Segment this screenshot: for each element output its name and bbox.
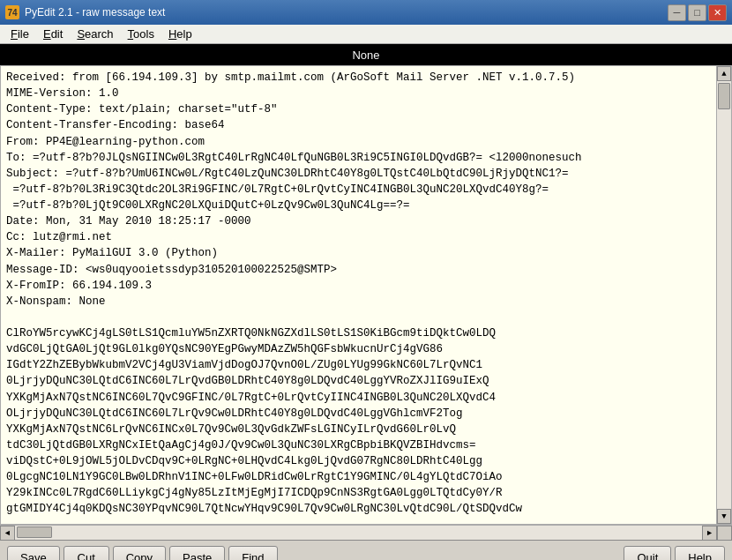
scroll-down-button[interactable]: ▼ — [717, 509, 731, 524]
scroll-left-button[interactable]: ◄ — [0, 526, 15, 541]
menu-file[interactable]: File — [4, 26, 36, 42]
label-bar: None — [0, 44, 732, 65]
horizontal-scrollbar: ◄ ► — [0, 525, 732, 540]
menu-tools[interactable]: Tools — [121, 26, 161, 42]
title-bar: 74 PyEdit 2.1 - raw message text ─ □ ✕ — [0, 0, 732, 25]
maximize-button[interactable]: □ — [688, 4, 706, 21]
window-title: PyEdit 2.1 - raw message text — [25, 6, 165, 19]
left-buttons: Save Cut Copy Paste Find — [7, 546, 278, 561]
paste-button[interactable]: Paste — [169, 546, 225, 561]
app-icon: 74 — [5, 5, 19, 19]
help-button[interactable]: Help — [675, 546, 725, 561]
scroll-track-h[interactable] — [15, 526, 702, 540]
menu-edit[interactable]: Edit — [36, 26, 70, 42]
scroll-thumb-v[interactable] — [718, 83, 730, 109]
title-controls: ─ □ ✕ — [668, 4, 727, 21]
save-button[interactable]: Save — [7, 546, 60, 561]
copy-button[interactable]: Copy — [113, 546, 166, 561]
close-button[interactable]: ✕ — [708, 4, 727, 21]
quit-button[interactable]: Quit — [624, 546, 671, 561]
scroll-thumb-h[interactable] — [17, 526, 52, 538]
menu-search[interactable]: Search — [70, 26, 120, 42]
right-buttons: Quit Help — [624, 546, 725, 561]
scroll-track-v[interactable] — [717, 81, 731, 509]
menu-help[interactable]: Help — [161, 26, 199, 42]
scroll-up-button[interactable]: ▲ — [717, 66, 731, 81]
menu-bar: File Edit Search Tools Help — [0, 25, 732, 44]
title-bar-left: 74 PyEdit 2.1 - raw message text — [5, 5, 165, 19]
button-bar: Save Cut Copy Paste Find Quit Help — [0, 540, 732, 560]
text-content[interactable]: Received: from [66.194.109.3] by smtp.ma… — [1, 66, 716, 524]
vertical-scrollbar: ▲ ▼ — [716, 66, 731, 524]
cut-button[interactable]: Cut — [63, 546, 109, 561]
scroll-corner — [717, 526, 732, 541]
find-button[interactable]: Find — [228, 546, 277, 561]
scroll-right-button[interactable]: ► — [702, 526, 717, 541]
content-area: Received: from [66.194.109.3] by smtp.ma… — [0, 65, 732, 525]
minimize-button[interactable]: ─ — [668, 4, 686, 21]
label-text: None — [352, 49, 379, 62]
